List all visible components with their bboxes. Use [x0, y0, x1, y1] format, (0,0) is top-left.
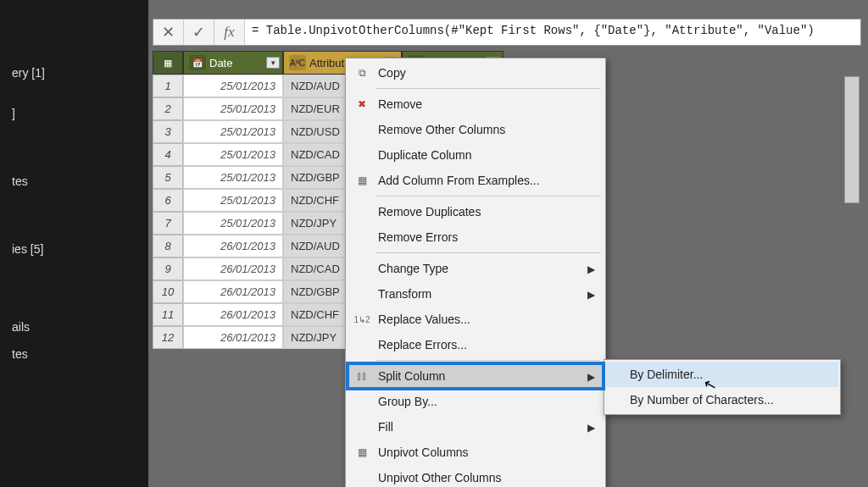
cell-date[interactable]: 25/01/2013 [183, 166, 283, 189]
cell-date[interactable]: 25/01/2013 [183, 143, 283, 166]
copy-icon: ⧉ [354, 65, 370, 80]
menu-split-column[interactable]: ⫿⫿Split Column▶ [348, 363, 604, 389]
remove-icon: ✖ [354, 97, 370, 112]
row-number: 7 [153, 212, 183, 235]
row-number: 2 [153, 97, 183, 120]
menu-transform[interactable]: Transform▶ [348, 281, 604, 307]
sidebar-item[interactable]: ails [0, 313, 148, 340]
column-context-menu: ⧉Copy ✖Remove Remove Other Columns Dupli… [345, 58, 606, 487]
menu-replace-errors[interactable]: Replace Errors... [348, 332, 604, 357]
cancel-formula-button[interactable]: ✕ [153, 19, 184, 45]
menu-remove[interactable]: ✖Remove [348, 91, 604, 117]
sidebar-item[interactable]: tes [0, 340, 148, 368]
cell-date[interactable]: 26/01/2013 [183, 326, 283, 349]
row-number: 1 [153, 75, 183, 97]
menu-replace-values[interactable]: 1↳2Replace Values... [348, 307, 604, 332]
submenu-arrow-icon: ▶ [587, 263, 595, 275]
row-number: 6 [153, 189, 183, 212]
submenu-by-number-characters[interactable]: By Number of Characters... [606, 387, 838, 412]
sidebar-item[interactable]: tes [0, 168, 148, 195]
row-number: 4 [153, 143, 183, 166]
menu-copy[interactable]: ⧉Copy [348, 60, 604, 86]
row-number: 10 [153, 280, 183, 303]
split-icon: ⫿⫿ [354, 368, 370, 384]
menu-add-from-examples[interactable]: ▦Add Column From Examples... [348, 168, 604, 193]
fx-icon[interactable]: fx [214, 19, 245, 45]
row-number: 3 [153, 120, 183, 143]
cell-date[interactable]: 26/01/2013 [183, 257, 283, 280]
sidebar-item[interactable]: ery [1] [0, 59, 148, 86]
row-number: 12 [153, 326, 183, 349]
submenu-arrow-icon: ▶ [587, 422, 595, 434]
row-number: 5 [153, 166, 183, 189]
unpivot-icon: ▦ [354, 445, 370, 460]
formula-bar: ✕ ✓ fx = Table.UnpivotOtherColumns(#"Kep… [153, 19, 861, 46]
sidebar-item[interactable] [0, 86, 148, 100]
text-type-icon: AᴮC [289, 55, 306, 70]
cell-date[interactable]: 25/01/2013 [183, 75, 283, 97]
menu-change-type[interactable]: Change Type▶ [348, 256, 604, 281]
menu-remove-duplicates[interactable]: Remove Duplicates [348, 199, 604, 224]
add-column-icon: ▦ [354, 173, 370, 188]
cell-date[interactable]: 26/01/2013 [183, 303, 283, 326]
cell-date[interactable]: 25/01/2013 [183, 97, 283, 120]
submenu-arrow-icon: ▶ [587, 371, 595, 383]
cell-date[interactable]: 25/01/2013 [183, 120, 283, 143]
menu-duplicate[interactable]: Duplicate Column [348, 142, 604, 168]
accept-formula-button[interactable]: ✓ [184, 19, 214, 45]
row-number: 9 [153, 257, 183, 280]
menu-fill[interactable]: Fill▶ [348, 414, 604, 440]
submenu-by-delimiter[interactable]: By Delimiter... [606, 362, 838, 387]
vertical-scrollbar[interactable] [844, 76, 860, 203]
cell-date[interactable]: 26/01/2013 [183, 280, 283, 303]
menu-unpivot[interactable]: ▦Unpivot Columns [348, 440, 604, 465]
submenu-arrow-icon: ▶ [587, 289, 595, 301]
menu-remove-errors[interactable]: Remove Errors [348, 224, 604, 250]
menu-unpivot-other[interactable]: Unpivot Other Columns [348, 465, 604, 487]
split-column-submenu: By Delimiter... By Number of Characters.… [604, 359, 841, 415]
cell-date[interactable]: 25/01/2013 [183, 189, 283, 212]
sidebar-item[interactable]: ies [5] [0, 235, 148, 263]
column-header-date[interactable]: 📅 Date ▾ [183, 51, 283, 75]
replace-icon: 1↳2 [354, 312, 370, 327]
filter-dropdown-icon[interactable]: ▾ [266, 57, 280, 69]
table-icon[interactable]: ▦ [153, 51, 183, 75]
row-number: 11 [153, 303, 183, 326]
menu-remove-other[interactable]: Remove Other Columns [348, 117, 604, 142]
queries-sidebar: ery [1] ] tes ies [5] ails tes [0, 0, 148, 487]
cell-date[interactable]: 25/01/2013 [183, 212, 283, 235]
formula-input[interactable]: = Table.UnpivotOtherColumns(#"Kept First… [245, 19, 860, 45]
column-label: Date [209, 57, 232, 69]
date-type-icon: 📅 [189, 55, 206, 70]
cell-date[interactable]: 26/01/2013 [183, 235, 283, 257]
sidebar-item[interactable]: ] [0, 100, 148, 127]
row-number: 8 [153, 235, 183, 257]
menu-group-by[interactable]: Group By... [348, 389, 604, 414]
